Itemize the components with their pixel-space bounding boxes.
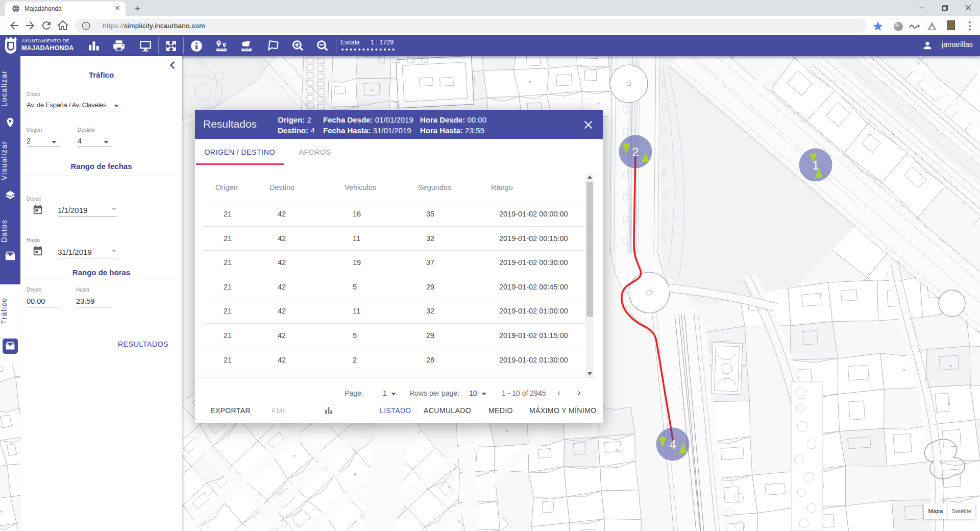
svg-text:2: 2 xyxy=(632,145,639,159)
svg-text:4: 4 xyxy=(669,438,676,451)
